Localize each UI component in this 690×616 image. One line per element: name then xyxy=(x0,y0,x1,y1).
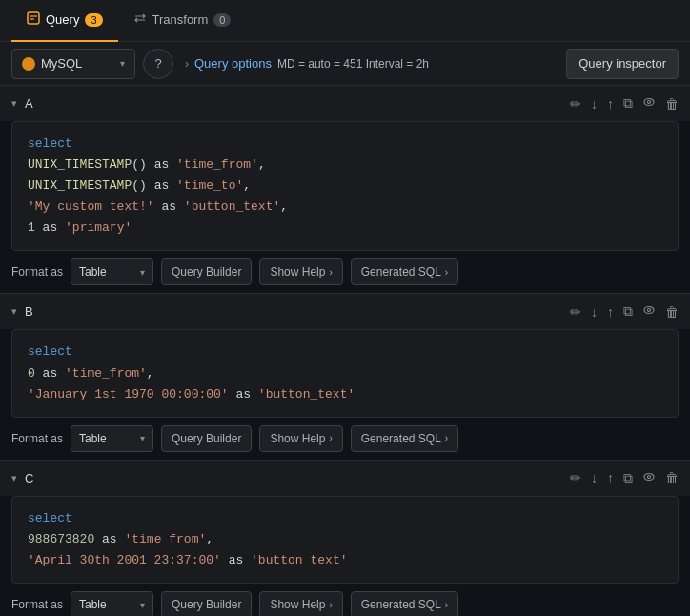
query-options-meta: MD = auto = 451 Interval = 2h xyxy=(277,57,429,71)
section-b-copy-icon[interactable]: ⧉ xyxy=(623,303,633,319)
arrow-right-icon: › xyxy=(185,57,189,71)
tab-bar: Query 3 Transform 0 xyxy=(0,0,690,42)
datasource-name: MySQL xyxy=(41,56,114,71)
svg-point-3 xyxy=(644,99,654,106)
section-b-format-value: Table xyxy=(79,432,136,445)
tab-transform-label: Transform xyxy=(152,12,209,27)
section-b-label: B xyxy=(25,304,570,318)
section-c-down-icon[interactable]: ↓ xyxy=(591,470,598,485)
section-b-down-icon[interactable]: ↓ xyxy=(591,304,598,319)
datasource-chevron-icon: ▾ xyxy=(120,58,125,69)
section-c-code[interactable]: select 988673820 as 'time_from', 'April … xyxy=(11,496,679,584)
section-c-chevron-icon: ▾ xyxy=(11,472,17,484)
section-c-format-value: Table xyxy=(79,598,136,611)
query-inspector-button[interactable]: Query inspector xyxy=(566,49,679,79)
section-c-generated-sql-button[interactable]: Generated SQL › xyxy=(351,591,458,616)
section-header-b[interactable]: ▾ B ✏ ↓ ↑ ⧉ 🗑 xyxy=(0,294,690,329)
section-b-edit-icon[interactable]: ✏ xyxy=(570,304,581,319)
section-b-chevron-icon: ▾ xyxy=(11,305,17,318)
query-section-c: ▾ C ✏ ↓ ↑ ⧉ 🗑 select 988673820 as 'time_… xyxy=(0,461,690,616)
section-c-edit-icon[interactable]: ✏ xyxy=(570,470,581,485)
section-b-show-help-chevron-icon: › xyxy=(329,433,332,443)
tab-transform[interactable]: Transform 0 xyxy=(118,0,247,42)
section-b-generated-sql-button[interactable]: Generated SQL › xyxy=(351,425,458,452)
section-a-show-help-chevron-icon: › xyxy=(329,267,332,277)
section-b-eye-icon[interactable] xyxy=(642,303,656,319)
section-a-copy-icon[interactable]: ⧉ xyxy=(623,95,633,112)
help-button[interactable]: ? xyxy=(143,49,173,79)
section-b-code[interactable]: select 0 as 'time_from', 'January 1st 19… xyxy=(11,329,679,417)
query-sections: ▾ A ✏ ↓ ↑ ⧉ 🗑 select UNIX_TIMESTAMP() as… xyxy=(0,86,690,616)
section-c-format-select[interactable]: Table ▾ xyxy=(71,591,153,616)
datasource-logo xyxy=(22,57,35,71)
section-header-a[interactable]: ▾ A ✏ ↓ ↑ ⧉ 🗑 xyxy=(0,86,690,121)
tab-query-label: Query xyxy=(46,12,79,27)
tab-transform-badge: 0 xyxy=(213,13,231,27)
section-c-format-label: Format as xyxy=(11,598,63,611)
section-a-show-help-button[interactable]: Show Help › xyxy=(259,258,342,285)
svg-rect-0 xyxy=(28,12,39,24)
section-b-format-label: Format as xyxy=(11,432,63,445)
section-c-label: C xyxy=(25,471,570,485)
section-a-format-value: Table xyxy=(79,265,136,278)
section-c-show-help-button[interactable]: Show Help › xyxy=(259,591,342,616)
section-a-down-icon[interactable]: ↓ xyxy=(591,96,598,112)
section-c-delete-icon[interactable]: 🗑 xyxy=(665,470,679,485)
section-b-actions: ✏ ↓ ↑ ⧉ 🗑 xyxy=(570,303,679,319)
section-a-edit-icon[interactable]: ✏ xyxy=(570,96,581,112)
section-a-generated-sql-chevron-icon: › xyxy=(445,267,448,277)
svg-point-7 xyxy=(644,473,654,480)
svg-point-8 xyxy=(648,475,651,478)
svg-point-6 xyxy=(648,309,651,312)
section-a-chevron-icon: ▾ xyxy=(11,97,17,110)
section-a-up-icon[interactable]: ↑ xyxy=(607,96,614,112)
section-b-delete-icon[interactable]: 🗑 xyxy=(665,304,679,319)
section-c-query-builder-button[interactable]: Query Builder xyxy=(161,591,252,616)
section-a-actions: ✏ ↓ ↑ ⧉ 🗑 xyxy=(570,95,679,112)
query-section-a: ▾ A ✏ ↓ ↑ ⧉ 🗑 select UNIX_TIMESTAMP() as… xyxy=(0,86,690,294)
help-icon: ? xyxy=(154,56,161,71)
section-a-label: A xyxy=(25,96,570,111)
section-a-format-select[interactable]: Table ▾ xyxy=(71,258,153,285)
section-a-code[interactable]: select UNIX_TIMESTAMP() as 'time_from', … xyxy=(11,121,679,251)
datasource-select[interactable]: MySQL ▾ xyxy=(11,49,135,79)
tab-query[interactable]: Query 3 xyxy=(11,0,118,42)
section-c-generated-sql-chevron-icon: › xyxy=(445,600,448,610)
section-a-query-builder-button[interactable]: Query Builder xyxy=(161,258,252,285)
section-c-up-icon[interactable]: ↑ xyxy=(607,470,614,485)
section-a-format-chevron-icon: ▾ xyxy=(140,267,145,277)
section-c-copy-icon[interactable]: ⧉ xyxy=(623,470,633,486)
section-a-eye-icon[interactable] xyxy=(642,95,656,112)
svg-point-5 xyxy=(644,307,654,314)
toolbar: MySQL ▾ ? › Query options MD = auto = 45… xyxy=(0,42,690,86)
section-b-query-builder-button[interactable]: Query Builder xyxy=(161,425,252,452)
section-b-generated-sql-chevron-icon: › xyxy=(445,433,448,443)
query-options-area: › Query options MD = auto = 451 Interval… xyxy=(181,56,558,71)
section-header-c[interactable]: ▾ C ✏ ↓ ↑ ⧉ 🗑 xyxy=(0,461,690,496)
section-b-format-chevron-icon: ▾ xyxy=(140,433,145,443)
section-b-format-select[interactable]: Table ▾ xyxy=(71,425,153,452)
section-c-show-help-chevron-icon: › xyxy=(329,600,332,610)
section-a-footer: Format as Table ▾ Query Builder Show Hel… xyxy=(0,251,690,293)
section-a-generated-sql-button[interactable]: Generated SQL › xyxy=(351,258,458,285)
section-c-eye-icon[interactable] xyxy=(642,470,656,486)
section-a-delete-icon[interactable]: 🗑 xyxy=(665,96,679,112)
section-c-footer: Format as Table ▾ Query Builder Show Hel… xyxy=(0,584,690,616)
query-section-b: ▾ B ✏ ↓ ↑ ⧉ 🗑 select 0 as 'time_from', '… xyxy=(0,294,690,460)
section-c-format-chevron-icon: ▾ xyxy=(140,600,145,610)
section-b-footer: Format as Table ▾ Query Builder Show Hel… xyxy=(0,418,690,460)
svg-point-4 xyxy=(648,101,651,104)
section-b-show-help-button[interactable]: Show Help › xyxy=(259,425,342,452)
section-a-format-label: Format as xyxy=(11,265,63,278)
section-b-up-icon[interactable]: ↑ xyxy=(607,304,614,319)
query-options-label[interactable]: Query options xyxy=(194,56,272,71)
transform-tab-icon xyxy=(133,11,147,28)
query-tab-icon xyxy=(27,11,40,28)
tab-query-badge: 3 xyxy=(85,13,102,27)
section-c-actions: ✏ ↓ ↑ ⧉ 🗑 xyxy=(570,470,679,486)
